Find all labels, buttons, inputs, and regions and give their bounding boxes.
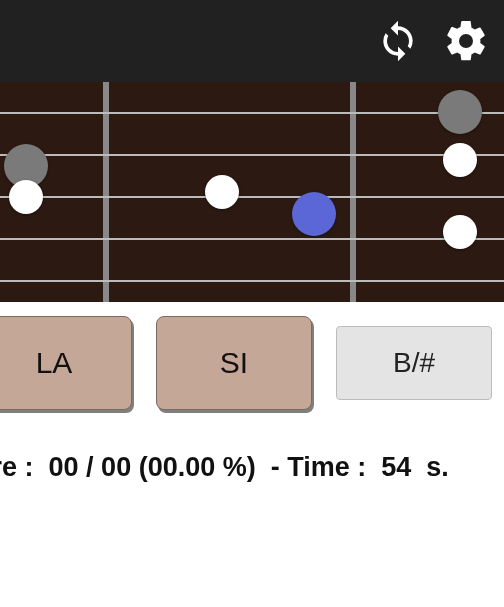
gear-icon[interactable] [442,17,490,65]
time-value: 54 [381,452,411,482]
fret-note[interactable] [438,90,482,134]
note-button-2[interactable]: SI [156,316,312,410]
fret-note[interactable] [9,180,43,214]
fret [350,82,356,302]
string [0,196,504,198]
topbar [0,0,504,82]
time-unit: s. [426,452,449,482]
fret-note[interactable] [292,192,336,236]
time-label: Time : [287,452,366,482]
status-bar: core : 00 / 00 (00.00 %) - Time : 54 s. [0,424,504,483]
score-correct: 00 [49,452,79,482]
string [0,112,504,114]
fret-note[interactable] [205,175,239,209]
notation-toggle-button[interactable]: B/# [336,326,492,400]
fret [103,82,109,302]
refresh-icon[interactable] [376,19,420,63]
note-button-1[interactable]: LA [0,316,132,410]
string [0,154,504,156]
score-percent: 00.00 % [148,452,247,482]
answer-buttons-row: LA SI B/# [0,302,504,424]
fret-note[interactable] [443,215,477,249]
string [0,280,504,282]
fret-note[interactable] [443,143,477,177]
fretboard[interactable] [0,82,504,302]
score-total: 00 [101,452,131,482]
string [0,238,504,240]
score-label: core : [0,452,34,482]
